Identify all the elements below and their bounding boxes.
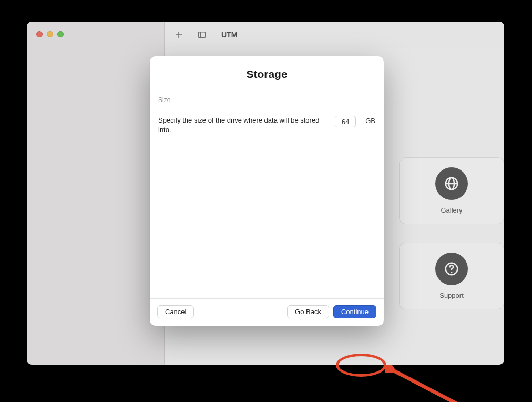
- sidebar-icon: [197, 30, 207, 39]
- storage-sheet: Storage Size Specify the size of the dri…: [150, 56, 384, 326]
- continue-button[interactable]: Continue: [333, 305, 376, 318]
- sheet-title: Storage: [150, 56, 384, 95]
- globe-icon: [444, 176, 459, 192]
- drive-size-input[interactable]: [335, 116, 356, 127]
- size-unit-label: GB: [365, 116, 375, 125]
- gallery-card-icon-bg: [435, 167, 468, 200]
- plus-icon: [174, 30, 183, 39]
- support-card-icon-bg: [435, 253, 468, 285]
- question-icon: [444, 261, 459, 277]
- annotation-arrow: [385, 365, 469, 402]
- sidebar: [27, 22, 165, 365]
- svg-point-8: [451, 272, 453, 273]
- close-window-button[interactable]: [36, 31, 43, 37]
- size-description: Specify the size of the drive where data…: [158, 116, 328, 134]
- zoom-window-button[interactable]: [57, 31, 64, 37]
- minimize-window-button[interactable]: [47, 31, 53, 37]
- svg-rect-2: [198, 32, 206, 38]
- gallery-card-label: Gallery: [441, 206, 462, 214]
- size-section-header: Size: [150, 95, 384, 108]
- svg-line-9: [391, 369, 464, 402]
- app-title: UTM: [221, 31, 237, 39]
- support-card-label: Support: [439, 292, 464, 299]
- go-back-button[interactable]: Go Back: [287, 305, 329, 318]
- support-card[interactable]: Support: [399, 243, 504, 309]
- window-controls: [36, 31, 64, 37]
- sheet-footer: Cancel Go Back Continue: [150, 298, 384, 326]
- new-vm-button[interactable]: [172, 29, 186, 41]
- gallery-card[interactable]: Gallery: [399, 157, 504, 224]
- size-section-body: Specify the size of the drive where data…: [150, 108, 384, 142]
- toggle-sidebar-button[interactable]: [195, 29, 209, 41]
- cancel-button[interactable]: Cancel: [157, 305, 194, 318]
- toolbar: UTM: [165, 22, 504, 48]
